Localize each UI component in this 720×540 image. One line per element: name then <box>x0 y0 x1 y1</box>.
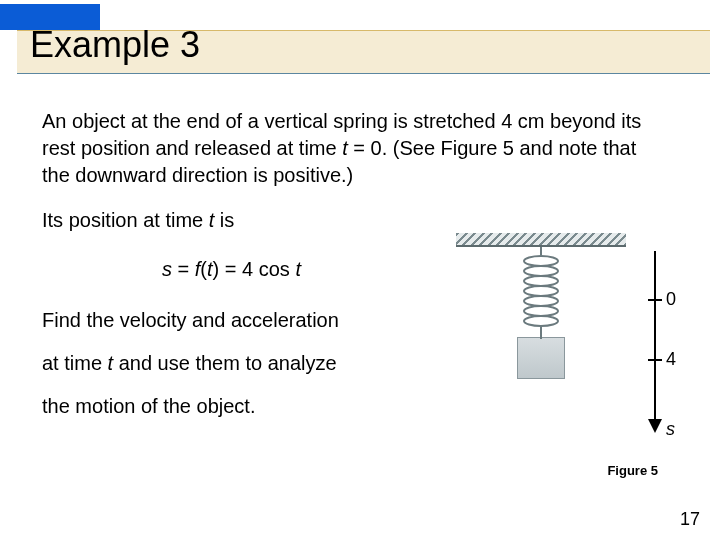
axis-label-four: 4 <box>666 349 676 370</box>
p4-text-b: and use them to analyze <box>113 352 336 374</box>
page-number: 17 <box>680 509 700 530</box>
spring-figure: 0 4 s <box>456 233 686 468</box>
tick-four <box>648 359 662 361</box>
axis-label-zero: 0 <box>666 289 676 310</box>
axis-label-s: s <box>666 419 675 440</box>
ceiling-hatch <box>456 233 626 247</box>
svg-point-1 <box>524 256 558 266</box>
svg-point-6 <box>524 306 558 316</box>
tick-zero <box>648 299 662 301</box>
spring-icon <box>517 247 565 339</box>
eq-var-t2: t <box>295 258 301 280</box>
p2-text-a: Its position at time <box>42 209 209 231</box>
paragraph-3: Find the velocity and acceleration <box>42 307 442 334</box>
eq-eq2: = 4 cos <box>219 258 295 280</box>
arrow-down-icon <box>648 419 662 433</box>
paragraph-5: the motion of the object. <box>42 393 442 420</box>
eq-eq1: = <box>172 258 195 280</box>
slide-header: Example 3 <box>0 0 720 78</box>
svg-point-3 <box>524 276 558 286</box>
paragraph-1: An object at the end of a vertical sprin… <box>42 108 665 189</box>
axis: 0 4 s <box>642 251 686 446</box>
svg-point-5 <box>524 296 558 306</box>
svg-point-2 <box>524 266 558 276</box>
paragraph-2: Its position at time t is <box>42 207 665 234</box>
p2-text-b: is <box>214 209 234 231</box>
paragraph-4: at time t and use them to analyze <box>42 350 442 377</box>
slide-title: Example 3 <box>30 24 200 66</box>
spring-diagram <box>456 247 626 379</box>
eq-var-s: s <box>162 258 172 280</box>
svg-point-7 <box>524 316 558 326</box>
axis-line <box>654 251 656 421</box>
svg-point-4 <box>524 286 558 296</box>
mass-block <box>517 337 565 379</box>
figure-caption: Figure 5 <box>607 463 658 478</box>
p4-text-a: at time <box>42 352 108 374</box>
